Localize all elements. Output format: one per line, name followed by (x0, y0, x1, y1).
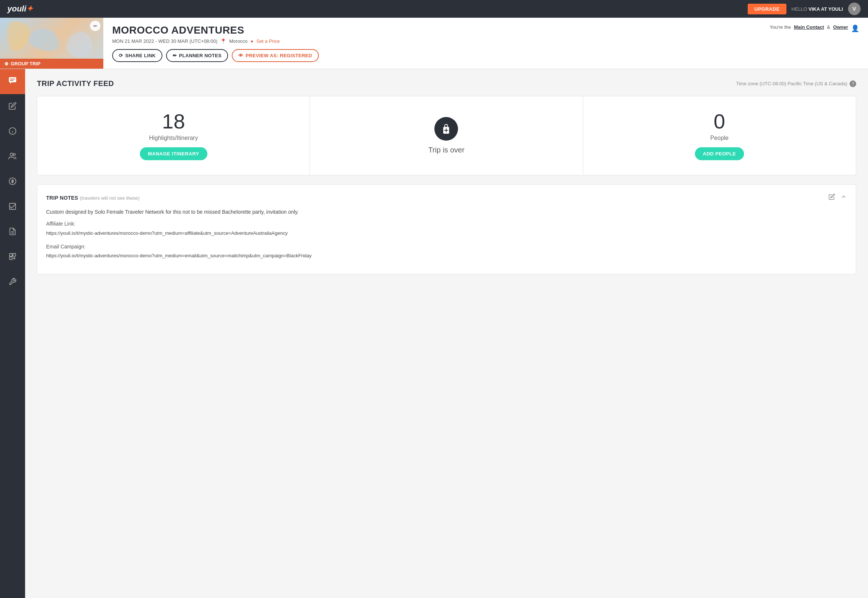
sidebar-item-tasks[interactable] (0, 194, 25, 220)
sidebar-item-pricing[interactable] (0, 169, 25, 194)
people-label: People (710, 135, 729, 141)
main-contact-link[interactable]: Main Contact (794, 24, 824, 30)
group-icon: ⊕ (4, 61, 9, 66)
checkmark-icon (9, 202, 16, 212)
notes-subtitle: (travelers will not see these) (80, 195, 139, 201)
sidebar-item-activity-feed[interactable] (0, 69, 25, 94)
planner-notes-button[interactable]: ✏ PLANNER NOTES (166, 49, 228, 62)
svg-rect-0 (9, 77, 16, 82)
people-stat-card: 0 People ADD PEOPLE (583, 96, 856, 175)
notes-title: TRIP NOTES (46, 195, 78, 201)
itinerary-label: Highlights/Itinerary (149, 135, 198, 141)
location-pin-icon: 📍 (220, 38, 226, 44)
email-campaign-url: https://youli.io/t/mystic-adventures/mor… (46, 252, 847, 260)
upgrade-button[interactable]: UPGRADE (748, 4, 786, 14)
hello-text: HELLO VIKA AT YOULI (792, 6, 843, 12)
trip-image: ✏ ⊕ GROUP TRIP (0, 18, 103, 69)
set-price-link[interactable]: Set a Price (257, 38, 280, 44)
notes-title-area: TRIP NOTES (travelers will not see these… (46, 194, 139, 201)
top-navigation: youli✦ UPGRADE HELLO VIKA AT YOULI V (0, 0, 868, 18)
share-icon: ⟳ (119, 53, 123, 58)
svg-point-8 (13, 153, 15, 155)
affiliate-url: https://youli.io/t/mystic-adventures/mor… (46, 230, 847, 237)
manage-itinerary-button[interactable]: MANAGE ITINERARY (140, 147, 208, 160)
trip-status-card: Trip is over (310, 96, 583, 175)
main-layout: TRIP ACTIVITY FEED Time zone (UTC-08:00)… (0, 69, 868, 598)
trip-title: MOROCCO ADVENTURES (112, 24, 752, 36)
notes-content: Custom designed by Solo Female Traveler … (46, 208, 847, 260)
people-icon (9, 152, 16, 162)
dollar-icon (9, 177, 16, 187)
svg-rect-3 (10, 80, 13, 81)
pencil-icon (9, 102, 16, 112)
chat-icon (8, 76, 17, 87)
sidebar-item-settings[interactable] (0, 270, 25, 295)
eye-icon: 👁 (238, 53, 243, 58)
itinerary-stat-card: 18 Highlights/Itinerary MANAGE ITINERARY (37, 96, 310, 175)
sidebar-item-tags[interactable] (0, 245, 25, 270)
sidebar (0, 69, 25, 598)
trip-notes-card: TRIP NOTES (travelers will not see these… (37, 184, 856, 274)
svg-rect-2 (10, 79, 15, 79)
trip-header: ✏ ⊕ GROUP TRIP MOROCCO ADVENTURES MON 21… (0, 18, 868, 69)
add-people-button[interactable]: ADD PEOPLE (695, 147, 744, 160)
trip-owner-info: You're the Main Contact & Owner 👤 (761, 18, 868, 69)
stats-row: 18 Highlights/Itinerary MANAGE ITINERARY… (37, 96, 856, 175)
sidebar-item-people[interactable] (0, 144, 25, 169)
group-trip-badge: ⊕ GROUP TRIP (0, 59, 103, 69)
svg-rect-15 (13, 253, 15, 256)
app-logo[interactable]: youli✦ (7, 4, 33, 13)
info-icon (9, 127, 16, 137)
trip-actions: ⟳ SHARE LINK ✏ PLANNER NOTES 👁 PREVIEW A… (112, 49, 752, 62)
person-icon: 👤 (851, 24, 859, 33)
trip-dates: MON 21 MAR 2022 - WED 30 MAR (UTC+08:00)… (112, 38, 752, 44)
svg-marker-1 (10, 82, 11, 84)
trip-info: MOROCCO ADVENTURES MON 21 MAR 2022 - WED… (103, 18, 761, 69)
sidebar-item-documents[interactable] (0, 220, 25, 245)
tag-icon (9, 253, 16, 262)
sidebar-item-edit[interactable] (0, 94, 25, 119)
edit-notes-button[interactable] (829, 193, 835, 202)
section-title: TRIP ACTIVITY FEED (37, 79, 114, 88)
itinerary-count: 18 (162, 111, 185, 132)
email-campaign-label: Email Campaign: (46, 242, 847, 251)
info-circle-button[interactable]: ? (850, 81, 856, 87)
svg-rect-14 (10, 253, 12, 256)
timezone-info: Time zone (UTC-08:00) Pacific Time (US &… (736, 81, 856, 87)
avatar[interactable]: V (848, 3, 861, 15)
people-count: 0 (714, 111, 725, 132)
edit-image-button[interactable]: ✏ (90, 21, 100, 31)
svg-point-7 (10, 153, 13, 155)
nav-right: UPGRADE HELLO VIKA AT YOULI V (748, 3, 861, 15)
wrench-icon (9, 278, 16, 287)
document-icon (9, 227, 16, 237)
collapse-notes-button[interactable] (840, 193, 847, 202)
notes-actions (829, 193, 847, 202)
owner-link[interactable]: Owner (833, 24, 848, 30)
svg-rect-11 (10, 203, 16, 209)
section-header: TRIP ACTIVITY FEED Time zone (UTC-08:00)… (37, 79, 856, 88)
svg-rect-16 (10, 257, 12, 259)
luggage-icon (440, 123, 452, 135)
warning-icon: ● (251, 38, 254, 44)
trip-over-label: Trip is over (428, 146, 464, 154)
preview-button[interactable]: 👁 PREVIEW AS: REGISTERED (232, 49, 319, 62)
notes-body-text: Custom designed by Solo Female Traveler … (46, 208, 847, 216)
notes-header: TRIP NOTES (travelers will not see these… (46, 193, 847, 202)
notes-icon: ✏ (173, 53, 177, 58)
affiliate-label: Affiliate Link: (46, 220, 847, 228)
main-content: TRIP ACTIVITY FEED Time zone (UTC-08:00)… (25, 69, 868, 598)
share-link-button[interactable]: ⟳ SHARE LINK (112, 49, 162, 62)
luggage-icon-wrapper (434, 117, 458, 141)
sidebar-item-info[interactable] (0, 119, 25, 144)
